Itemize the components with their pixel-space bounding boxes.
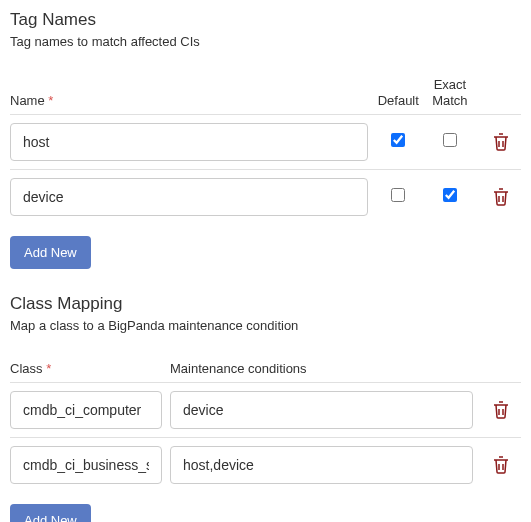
header-actions (480, 71, 521, 115)
tag-names-table: Name * Default Exact Match (10, 71, 521, 224)
header-class: Class * (10, 355, 170, 383)
trash-icon (493, 401, 509, 419)
tag-names-desc: Tag names to match affected CIs (10, 34, 521, 49)
tag-name-input[interactable] (10, 178, 368, 216)
tag-default-checkbox[interactable] (391, 133, 405, 147)
header-class-label: Class (10, 361, 43, 376)
tag-name-input[interactable] (10, 123, 368, 161)
add-new-tag-button[interactable]: Add New (10, 236, 91, 269)
tag-row (10, 170, 521, 225)
header-exact1: Exact (434, 77, 467, 92)
tag-exact-checkbox[interactable] (443, 188, 457, 202)
delete-button[interactable] (489, 184, 513, 210)
tag-names-title: Tag Names (10, 10, 521, 30)
add-new-mapping-button[interactable]: Add New (10, 504, 91, 522)
conditions-input[interactable] (170, 391, 473, 429)
delete-button[interactable] (489, 397, 513, 423)
delete-button[interactable] (489, 129, 513, 155)
trash-icon (493, 133, 509, 151)
class-mapping-title: Class Mapping (10, 294, 521, 314)
tag-row (10, 115, 521, 170)
header-name: Name * (10, 71, 376, 115)
header-default: Default (376, 71, 428, 115)
trash-icon (493, 456, 509, 474)
class-mapping-table: Class * Maintenance conditions (10, 355, 521, 492)
header-conditions: Maintenance conditions (170, 355, 481, 383)
mapping-row (10, 383, 521, 438)
required-mark: * (46, 361, 51, 376)
class-mapping-section: Class Mapping Map a class to a BigPanda … (10, 294, 521, 522)
header-exact-match: Exact Match (428, 71, 480, 115)
tag-names-section: Tag Names Tag names to match affected CI… (10, 10, 521, 269)
trash-icon (493, 188, 509, 206)
tag-default-checkbox[interactable] (391, 188, 405, 202)
required-mark: * (48, 93, 53, 108)
class-input[interactable] (10, 391, 162, 429)
delete-button[interactable] (489, 452, 513, 478)
header-name-label: Name (10, 93, 45, 108)
header-actions (481, 355, 521, 383)
class-input[interactable] (10, 446, 162, 484)
mapping-row (10, 438, 521, 493)
tag-exact-checkbox[interactable] (443, 133, 457, 147)
conditions-input[interactable] (170, 446, 473, 484)
header-exact2: Match (432, 93, 467, 108)
class-mapping-desc: Map a class to a BigPanda maintenance co… (10, 318, 521, 333)
